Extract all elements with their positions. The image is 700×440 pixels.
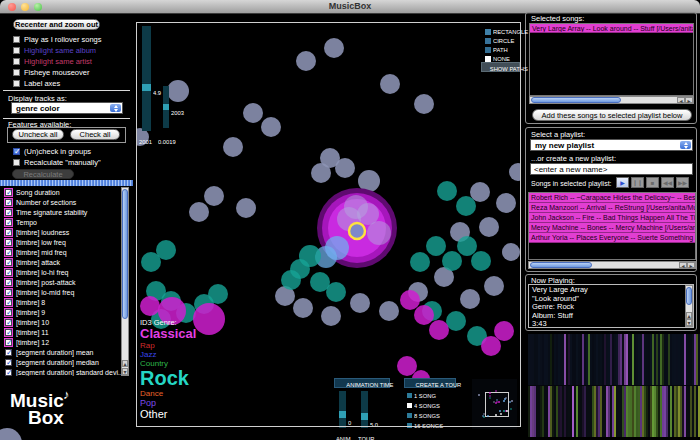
checked-checkbox[interactable]	[5, 189, 12, 196]
checked-checkbox[interactable]	[5, 209, 12, 216]
feature-song-duration[interactable]: Song duration	[4, 187, 121, 197]
option-highlight-same-album[interactable]: Highlight same album	[13, 46, 96, 55]
song-dot[interactable]	[324, 38, 344, 58]
song-dot[interactable]	[471, 251, 491, 271]
song-dot[interactable]	[140, 296, 160, 316]
song-dot[interactable]	[193, 303, 225, 335]
song-dot[interactable]	[296, 51, 316, 71]
song-dot[interactable]	[481, 336, 501, 356]
checked-checkbox[interactable]	[5, 239, 12, 246]
option-label-axes[interactable]: Label axes	[13, 79, 60, 88]
overview-minimap[interactable]	[472, 379, 517, 429]
checked-checkbox[interactable]	[5, 269, 12, 276]
option-fisheye-mouseover[interactable]: Fisheye mouseover	[13, 68, 89, 77]
playlist-hscrollbar[interactable]: ◂ ▸	[528, 261, 696, 269]
song-dot[interactable]	[321, 306, 341, 326]
song-dot[interactable]	[442, 251, 462, 271]
scroll-down-arrow[interactable]: ▾	[686, 319, 692, 326]
feature-timbre-11[interactable]: [timbre] 11	[4, 327, 121, 337]
feature-tempo[interactable]: Tempo	[4, 217, 121, 227]
song-dot[interactable]	[293, 298, 313, 318]
song-dot[interactable]	[156, 240, 176, 260]
checked-checkbox[interactable]	[5, 329, 12, 336]
feature-list-scrollbar[interactable]: ▴ ▾	[121, 187, 129, 376]
feature-timbre-loudness[interactable]: [timbre] loudness	[4, 227, 121, 237]
playlist-song-row[interactable]: Reza Manzoori -- Arrival -- ReStrung [/U…	[529, 203, 695, 213]
slider-thumb[interactable]	[361, 413, 368, 420]
anim-speed-slider[interactable]	[339, 391, 346, 428]
song-dot[interactable]	[479, 217, 499, 237]
song-dot[interactable]	[380, 74, 400, 94]
selected-songs-hscrollbar[interactable]: ◂ ▸	[529, 96, 694, 104]
checkbox[interactable]	[13, 58, 20, 65]
now-playing-scrollbar[interactable]: ▴ ▾	[685, 285, 693, 327]
playlist-songs-list[interactable]: Robert Rich -- ~Carapace Hides the Delic…	[528, 192, 696, 260]
feature-list-horizontal-scrollbar[interactable]	[0, 180, 133, 186]
tour-option-8-songs[interactable]: 8 SONGS	[407, 412, 458, 419]
song-dot[interactable]	[502, 243, 520, 261]
song-dot[interactable]	[167, 80, 189, 102]
song-dot[interactable]	[367, 221, 391, 245]
check-all-button[interactable]: Check all	[70, 129, 120, 140]
checked-checkbox[interactable]	[5, 319, 12, 326]
option-play-as-i-rollover-songs[interactable]: Play as I rollover songs	[13, 35, 102, 44]
option-highlight-same-artist[interactable]: Highlight same artist	[13, 57, 92, 66]
song-dot[interactable]	[496, 193, 516, 213]
checkbox[interactable]	[13, 47, 20, 54]
uncheck-in-groups-option[interactable]: (Un)check in groups	[13, 147, 91, 156]
playlist-song-row[interactable]: Arthur Yoria -- Places Everyone -- Suert…	[529, 233, 695, 243]
playlist-select[interactable]: my new playlist	[530, 139, 693, 151]
song-dot[interactable]	[426, 236, 446, 256]
checked-checkbox[interactable]	[5, 219, 12, 226]
feature-timbre-9[interactable]: [timbre] 9	[4, 307, 121, 317]
scroll-up-arrow[interactable]: ▴	[122, 360, 128, 367]
feature-segment-duration-mean[interactable]: [segment duration] mean	[4, 347, 121, 357]
song-dot[interactable]	[484, 276, 504, 296]
show-paths-button[interactable]: SHOW PATHS	[481, 62, 520, 72]
checkbox[interactable]	[13, 69, 20, 76]
play-button[interactable]: ▶	[616, 177, 629, 188]
y-axis-histogram-bar[interactable]	[142, 26, 151, 131]
song-dot[interactable]	[335, 158, 355, 178]
song-dot[interactable]	[414, 94, 434, 114]
feature-timbre-8[interactable]: [timbre] 8	[4, 297, 121, 307]
song-dot[interactable]	[236, 198, 256, 218]
tour-option-16-songs[interactable]: 16 SONGS	[407, 422, 464, 429]
checked-checkbox[interactable]	[13, 148, 20, 155]
feature-timbre-12[interactable]: [timbre] 12	[4, 337, 121, 347]
recalculate-manually-option[interactable]: Recalculate "manually"	[13, 158, 101, 167]
checked-checkbox[interactable]	[5, 339, 12, 346]
display-tracks-select[interactable]: genre color	[11, 102, 123, 114]
feature-timbre-low-freq[interactable]: [timbre] low freq	[4, 237, 121, 247]
song-dot[interactable]	[261, 117, 281, 137]
selected-songs-list[interactable]: Very Large Array -- Look around -- Stuff…	[529, 23, 694, 96]
scroll-left-arrow[interactable]: ◂	[677, 97, 685, 103]
feature-timbre-lo-hi-freq[interactable]: [timbre] lo-hi freq	[4, 267, 121, 277]
feature-segment-duration-standard-devi[interactable]: [segment duration] standard devi...	[4, 367, 121, 376]
song-dot[interactable]	[400, 290, 420, 310]
checkbox[interactable]	[13, 36, 20, 43]
song-dot[interactable]	[437, 181, 457, 201]
song-dot[interactable]	[397, 356, 417, 376]
song-dot[interactable]	[429, 320, 449, 340]
uncheck-all-button[interactable]: Uncheck all	[12, 129, 64, 140]
slider-thumb[interactable]	[339, 411, 346, 418]
checked-checkbox[interactable]	[5, 349, 12, 356]
feature-timbre-post-attack[interactable]: [timbre] post-attack	[4, 277, 121, 287]
feature-number-of-sections[interactable]: Number of sections	[4, 197, 121, 207]
scrollbar-thumb[interactable]	[686, 287, 692, 305]
scrollbar-thumb[interactable]	[531, 97, 621, 103]
tour-speed-slider[interactable]	[361, 391, 368, 428]
feature-timbre-lo-mid-freq[interactable]: [timbre] lo-mid freq	[4, 287, 121, 297]
song-dot[interactable]	[410, 252, 430, 272]
feature-timbre-mid-freq[interactable]: [timbre] mid freq	[4, 247, 121, 257]
x-axis-histogram-bar[interactable]	[163, 86, 169, 128]
song-dot[interactable]	[414, 305, 434, 325]
feature-timbre-attack[interactable]: [timbre] attack	[4, 257, 121, 267]
song-dot[interactable]	[281, 270, 301, 290]
song-dot[interactable]	[446, 311, 466, 331]
feature-time-signature-stability[interactable]: Time signature stability	[4, 207, 121, 217]
checked-checkbox[interactable]	[5, 309, 12, 316]
unchecked-checkbox[interactable]	[13, 159, 20, 166]
checked-checkbox[interactable]	[5, 199, 12, 206]
